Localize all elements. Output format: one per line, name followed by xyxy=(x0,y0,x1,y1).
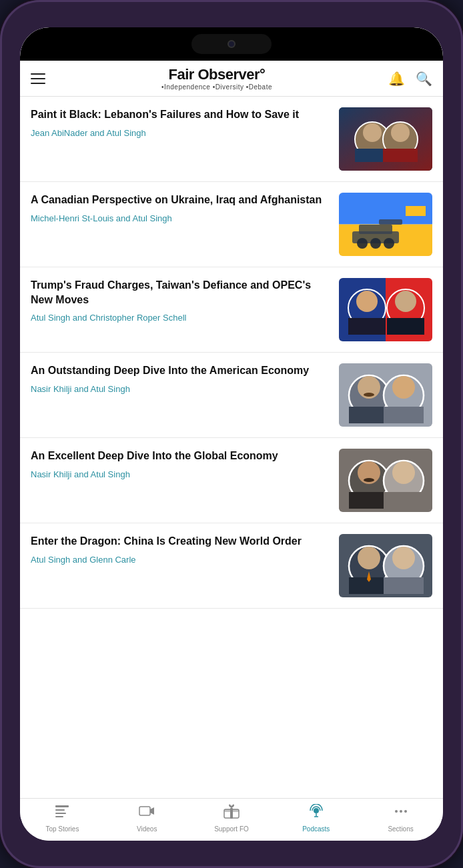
article-text: Enter the Dragon: China Is Creating New … xyxy=(31,534,331,566)
article-item[interactable]: An Outstanding Deep Dive Into the Americ… xyxy=(20,353,443,438)
logo-title: Fair Observer° xyxy=(161,66,272,83)
menu-line-2 xyxy=(31,78,45,79)
article-image xyxy=(339,534,432,597)
article-image xyxy=(339,278,432,341)
svg-point-21 xyxy=(356,291,378,312)
svg-rect-7 xyxy=(383,149,418,162)
article-item[interactable]: Enter the Dragon: China Is Creating New … xyxy=(20,523,443,609)
svg-rect-49 xyxy=(384,577,424,594)
logo: Fair Observer° •Independence •Diversity … xyxy=(161,66,272,91)
article-image xyxy=(339,363,432,427)
svg-rect-29 xyxy=(349,407,389,423)
article-text: Trump's Fraud Charges, Taiwan's Defiance… xyxy=(31,278,331,324)
menu-line-1 xyxy=(31,73,45,75)
article-image xyxy=(339,193,432,256)
podcasts-label: Podcasts xyxy=(302,825,330,833)
svg-point-64 xyxy=(404,810,407,813)
svg-rect-58 xyxy=(230,808,233,819)
article-title: Paint it Black: Lebanon's Failures and H… xyxy=(31,107,331,122)
svg-point-40 xyxy=(392,461,415,484)
camera-dot xyxy=(227,40,236,48)
article-author: Atul Singh and Glenn Carle xyxy=(31,554,331,566)
menu-button[interactable] xyxy=(31,73,45,84)
bottom-nav: Top Stories Videos xyxy=(20,798,443,841)
article-title: Enter the Dragon: China Is Creating New … xyxy=(31,534,331,549)
phone-screen: Fair Observer° •Independence •Diversity … xyxy=(20,27,443,841)
trump-image xyxy=(339,278,432,341)
articles-list: Paint it Black: Lebanon's Failures and H… xyxy=(20,97,443,798)
header-icons: 🔔 🔍 xyxy=(388,71,432,87)
svg-rect-54 xyxy=(139,807,150,815)
article-item[interactable]: An Excellent Deep Dive Into the Global E… xyxy=(20,438,443,523)
china-image xyxy=(339,534,432,597)
svg-rect-25 xyxy=(387,318,424,335)
global-image xyxy=(339,449,432,512)
notch-area xyxy=(20,27,443,61)
svg-point-59 xyxy=(314,808,319,813)
videos-label: Videos xyxy=(137,825,157,833)
app-header: Fair Observer° •Independence •Diversity … xyxy=(20,61,443,97)
article-text: Paint it Black: Lebanon's Failures and H… xyxy=(31,107,331,139)
svg-point-14 xyxy=(370,238,381,249)
svg-point-48 xyxy=(392,547,415,569)
notch-pill xyxy=(191,34,272,54)
sections-label: Sections xyxy=(388,825,413,833)
svg-point-6 xyxy=(391,123,410,142)
svg-rect-33 xyxy=(384,407,424,423)
article-author: Nasir Khilji and Atul Singh xyxy=(31,469,331,481)
top-stories-label: Top Stories xyxy=(45,825,79,833)
svg-point-13 xyxy=(357,238,368,249)
svg-point-3 xyxy=(363,123,382,142)
videos-icon xyxy=(139,804,155,823)
bell-icon[interactable]: 🔔 xyxy=(388,71,405,87)
support-fo-label: Support FO xyxy=(214,825,249,833)
ukraine-image xyxy=(339,193,432,256)
svg-rect-22 xyxy=(348,318,386,335)
economy-image xyxy=(339,363,432,427)
svg-point-30 xyxy=(364,393,374,397)
svg-point-38 xyxy=(364,478,374,482)
article-title: An Excellent Deep Dive Into the Global E… xyxy=(31,449,331,463)
nav-sections[interactable]: Sections xyxy=(381,804,421,833)
svg-rect-11 xyxy=(359,225,392,234)
search-icon[interactable]: 🔍 xyxy=(416,71,432,87)
svg-rect-41 xyxy=(384,492,424,509)
nav-top-stories[interactable]: Top Stories xyxy=(42,804,82,833)
article-text: An Outstanding Deep Dive Into the Americ… xyxy=(31,363,331,395)
article-author: Atul Singh and Christopher Roper Schell xyxy=(31,312,331,324)
svg-rect-50 xyxy=(55,805,69,807)
svg-rect-53 xyxy=(55,816,63,817)
article-title: Trump's Fraud Charges, Taiwan's Defiance… xyxy=(31,278,331,307)
menu-line-3 xyxy=(31,83,45,84)
article-item[interactable]: A Canadian Perspective on Ukraine, Iraq … xyxy=(20,182,443,267)
article-author: Jean AbiNader and Atul Singh xyxy=(31,127,331,139)
svg-rect-52 xyxy=(55,813,66,814)
lebanon-image xyxy=(339,107,432,171)
article-text: An Excellent Deep Dive Into the Global E… xyxy=(31,449,331,481)
svg-rect-37 xyxy=(349,492,389,509)
top-stories-icon xyxy=(54,804,70,823)
nav-videos[interactable]: Videos xyxy=(127,804,167,833)
svg-point-63 xyxy=(400,810,402,813)
article-image xyxy=(339,449,432,512)
article-item[interactable]: Paint it Black: Lebanon's Failures and H… xyxy=(20,97,443,182)
svg-rect-12 xyxy=(379,219,402,225)
svg-rect-16 xyxy=(406,196,426,206)
svg-point-62 xyxy=(395,810,398,813)
svg-rect-51 xyxy=(55,809,65,811)
nav-support-fo[interactable]: Support FO xyxy=(211,804,252,833)
article-text: A Canadian Perspective on Ukraine, Iraq … xyxy=(31,193,331,225)
article-item[interactable]: Trump's Fraud Charges, Taiwan's Defiance… xyxy=(20,267,443,353)
svg-point-44 xyxy=(358,547,380,569)
article-title: An Outstanding Deep Dive Into the Americ… xyxy=(31,363,331,378)
logo-tagline: •Independence •Diversity •Debate xyxy=(161,83,272,91)
support-fo-icon xyxy=(223,804,240,823)
svg-point-24 xyxy=(395,291,416,312)
podcasts-icon xyxy=(308,804,324,823)
article-author: Michel-Henri St-Louis and Atul Singh xyxy=(31,213,331,225)
svg-point-32 xyxy=(392,376,415,399)
svg-point-15 xyxy=(384,238,394,249)
nav-podcasts[interactable]: Podcasts xyxy=(296,804,336,833)
article-author: Nasir Khilji and Atul Singh xyxy=(31,383,331,395)
article-title: A Canadian Perspective on Ukraine, Iraq … xyxy=(31,193,331,207)
